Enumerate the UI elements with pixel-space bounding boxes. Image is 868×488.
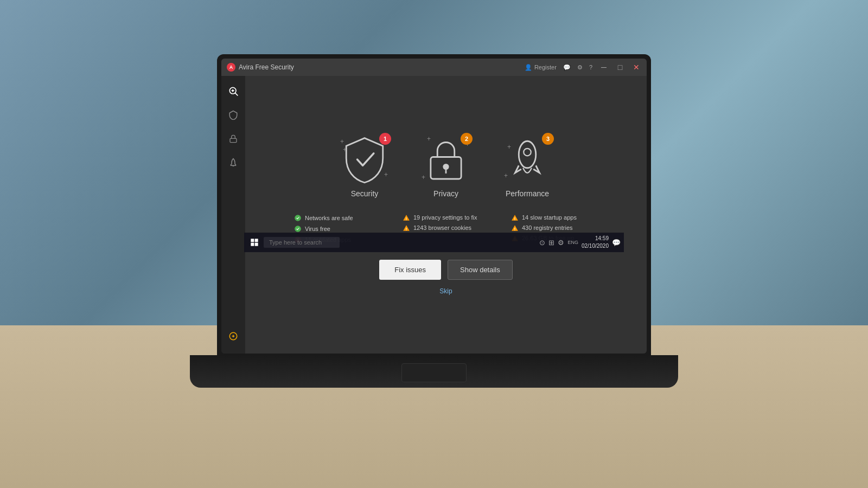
privacy-label: Privacy: [433, 189, 458, 198]
taskbar-icon-2: ⊞: [548, 239, 554, 247]
svg-line-1: [235, 93, 238, 95]
svg-text:!: !: [406, 216, 407, 220]
plus-deco: +: [422, 174, 425, 181]
svg-text:!: !: [514, 227, 515, 230]
checkmark-green-icon: [294, 225, 302, 233]
screen-bezel: A Avira Free Security 👤 Register 💬 ⚙ ? ─…: [217, 54, 651, 358]
performance-icon-wrapper: + + +: [503, 135, 552, 184]
privacy-badge: 2: [461, 133, 473, 145]
security-badge: 1: [379, 133, 391, 145]
laptop-keyboard: [190, 355, 678, 388]
notification-icon[interactable]: 💬: [612, 239, 621, 247]
issue-item: ! 430 registry entries: [511, 224, 598, 232]
performance-badge: 3: [542, 133, 554, 145]
register-button[interactable]: 👤 Register: [525, 64, 557, 71]
issue-item: Networks are safe: [294, 214, 381, 222]
issue-item: ! 14 slow startup apps: [511, 214, 598, 221]
fix-issues-button[interactable]: Fix issues: [379, 260, 441, 280]
svg-point-10: [519, 141, 536, 168]
warning-orange-icon: !: [403, 224, 410, 232]
svg-point-12: [295, 215, 301, 221]
performance-label: Performance: [506, 189, 549, 198]
issue-item: Virus free: [294, 225, 381, 233]
title-bar-controls: 👤 Register 💬 ⚙ ? ─ □ ✕: [525, 63, 641, 72]
show-details-button[interactable]: Show details: [448, 260, 513, 280]
taskbar-icon-3: ⚙: [558, 239, 564, 247]
sidebar-shield-icon[interactable]: [224, 105, 243, 125]
svg-text:!: !: [514, 216, 515, 220]
svg-point-8: [443, 163, 449, 169]
settings-icon[interactable]: ⚙: [577, 64, 583, 71]
scan-icons-row: + + + 1 Security: [340, 135, 552, 198]
privacy-scan-item: + + + 2: [422, 135, 470, 198]
plus-deco: +: [340, 138, 344, 145]
start-button[interactable]: [247, 235, 261, 249]
svg-text:!: !: [406, 227, 407, 230]
checkmark-green-icon: [294, 214, 302, 222]
sidebar-lock-icon[interactable]: [224, 129, 243, 149]
warning-orange-icon: !: [511, 214, 519, 221]
minimize-button[interactable]: ─: [599, 63, 609, 72]
svg-rect-4: [230, 138, 237, 142]
security-icon-wrapper: + + + 1: [340, 135, 389, 184]
maximize-button[interactable]: □: [615, 63, 625, 72]
sidebar-coin-icon[interactable]: [224, 326, 243, 346]
taskbar-language: ENG: [567, 240, 578, 245]
app-window: A Avira Free Security 👤 Register 💬 ⚙ ? ─…: [221, 59, 647, 354]
taskbar-icon-1: ⊙: [539, 239, 545, 247]
taskbar: ⊙ ⊞ ⚙ ENG 14:59 02/10/2020 💬: [244, 233, 624, 252]
plus-deco: +: [384, 171, 388, 178]
plus-deco: +: [343, 146, 347, 153]
help-icon[interactable]: ?: [589, 64, 592, 70]
main-content: + + + 1 Security: [245, 76, 647, 354]
svg-rect-27: [251, 239, 254, 242]
svg-point-11: [524, 148, 531, 156]
security-label: Security: [351, 189, 379, 198]
sidebar: [221, 76, 245, 354]
taskbar-search-input[interactable]: [264, 237, 340, 248]
trackpad[interactable]: [401, 363, 467, 382]
user-icon: 👤: [525, 64, 532, 71]
app-title: Avira Free Security: [239, 63, 525, 71]
plus-deco: +: [504, 172, 508, 179]
sidebar-scan-icon[interactable]: [224, 81, 243, 101]
privacy-icon-wrapper: + + + 2: [422, 135, 470, 184]
issue-item: ! 19 privacy settings to fix: [403, 214, 489, 221]
title-bar: A Avira Free Security 👤 Register 💬 ⚙ ? ─…: [221, 59, 647, 76]
sidebar-rocket-icon[interactable]: [224, 153, 243, 172]
svg-point-13: [295, 226, 301, 232]
security-scan-item: + + + 1 Security: [340, 135, 389, 198]
plus-deco: +: [427, 135, 431, 143]
svg-rect-28: [255, 239, 258, 242]
close-button[interactable]: ✕: [631, 63, 641, 72]
issue-item: ! 1243 browser cookies: [403, 224, 489, 232]
warning-orange-icon: !: [403, 214, 410, 221]
svg-rect-29: [251, 243, 254, 246]
taskbar-clock: 14:59 02/10/2020: [582, 235, 609, 250]
plus-deco: +: [507, 143, 511, 151]
warning-orange-icon: !: [511, 224, 519, 232]
performance-scan-item: + + +: [503, 135, 552, 198]
taskbar-system-icons: ⊙ ⊞ ⚙ ENG 14:59 02/10/2020 💬: [539, 235, 621, 250]
app-logo: A: [227, 63, 235, 72]
laptop: A Avira Free Security 👤 Register 💬 ⚙ ? ─…: [190, 54, 678, 434]
skip-link[interactable]: Skip: [439, 287, 452, 295]
svg-rect-30: [255, 243, 258, 246]
buttons-row: Fix issues Show details: [379, 260, 513, 280]
app-body: + + + 1 Security: [221, 76, 647, 354]
chat-icon[interactable]: 💬: [563, 64, 571, 71]
scan-wrapper: + + + 1 Security: [294, 135, 598, 295]
